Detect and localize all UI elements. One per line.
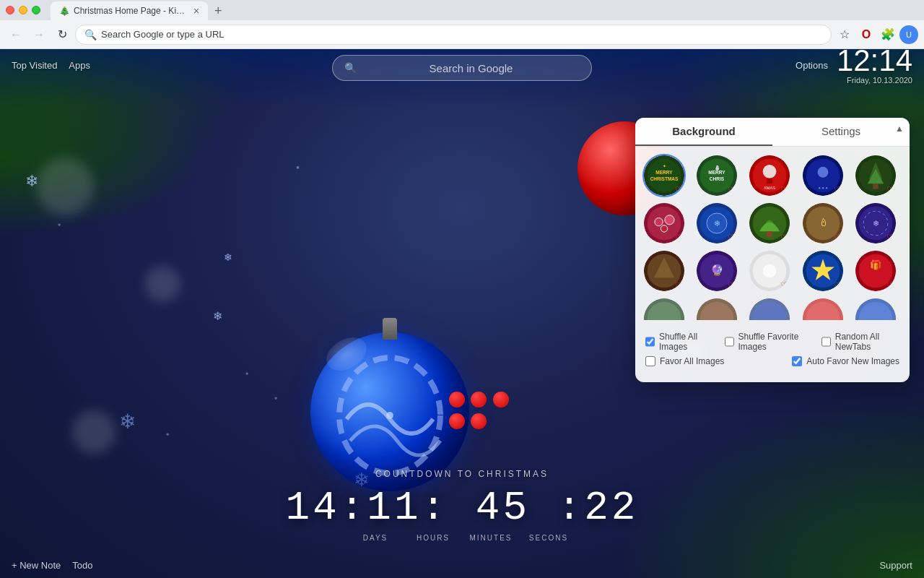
- thumb-item-19[interactable]: ♡: [801, 297, 845, 320]
- clock-display: 12:14: [837, 49, 912, 76]
- heart-icon-10: ♡: [886, 233, 894, 242]
- options-button[interactable]: Options: [796, 60, 828, 71]
- tab-settings[interactable]: Settings: [772, 118, 910, 146]
- minimize-button[interactable]: [19, 6, 27, 14]
- thumb-item-4[interactable]: ✦ ✦ ✦ ♡: [801, 154, 845, 197]
- shuffle-fav-checkbox[interactable]: [725, 337, 734, 347]
- option-row-2: Favor All Images Auto Favor New Images: [645, 356, 899, 366]
- reload-button[interactable]: ↻: [52, 25, 72, 45]
- panel-options: Shuffle All Images Shuffle Favorite Imag…: [642, 327, 902, 375]
- thumb-item-18[interactable]: ♡: [748, 297, 791, 320]
- thumb-item-13[interactable]: ♡: [748, 249, 791, 293]
- thumb-item-3[interactable]: XMAS ♡: [748, 154, 791, 197]
- apps-link[interactable]: Apps: [69, 60, 90, 71]
- svg-point-14: [763, 165, 777, 178]
- image-grid: MERRY CHRISTMAS ✦ ♡ MERRY: [642, 154, 902, 320]
- nav-right-buttons: ☆ O 🧩 U: [834, 25, 918, 45]
- tab-bar: 🎄 Christmas Home Page - KissApps... × +: [51, 0, 228, 20]
- countdown-title: COUNTDOWN TO CHRISTMAS: [286, 469, 639, 479]
- thumb-item-8[interactable]: ♡: [748, 202, 791, 245]
- auto-favor-label[interactable]: Auto Favor New Images: [792, 356, 899, 366]
- new-note-button[interactable]: + New Note: [12, 560, 61, 571]
- berry: [471, 392, 487, 407]
- thumb-item-7[interactable]: ❄ ♡: [695, 202, 738, 245]
- heart-icon-8: ♡: [780, 233, 788, 242]
- thumb-item-5[interactable]: ♡: [854, 154, 897, 197]
- favor-all-checkbox[interactable]: [645, 356, 655, 366]
- thumb-image-19: [803, 298, 843, 320]
- svg-text:✦ ✦ ✦: ✦ ✦ ✦: [817, 186, 828, 190]
- svg-point-52: [763, 264, 777, 278]
- navigation-bar: ← → ↻ 🔍 Search Google or type a URL ☆ O …: [0, 20, 924, 49]
- active-tab[interactable]: 🎄 Christmas Home Page - KissApps... ×: [51, 1, 208, 20]
- heart-icon-12: ♡: [728, 281, 736, 290]
- shuffle-all-label[interactable]: Shuffle All Images: [645, 332, 713, 352]
- shuffle-fav-label[interactable]: Shuffle Favorite Images: [725, 332, 810, 352]
- svg-point-28: [655, 218, 663, 226]
- top-visited-link[interactable]: Top Visited: [12, 60, 57, 71]
- bottom-bar: + New Note Todo Support: [0, 552, 924, 578]
- opera-icon-button[interactable]: O: [856, 25, 876, 45]
- search-bar[interactable]: 🔍 Search in Google: [332, 55, 592, 81]
- svg-text:❄: ❄: [714, 219, 720, 228]
- thumb-item-14[interactable]: ♡: [801, 249, 845, 293]
- new-tab-button[interactable]: +: [208, 1, 228, 20]
- random-all-label[interactable]: Random All NewTabs: [821, 332, 899, 352]
- forward-button[interactable]: →: [29, 25, 49, 45]
- thumb-image-17: [697, 298, 737, 320]
- heart-icon-4: ♡: [834, 186, 842, 194]
- shuffle-all-checkbox[interactable]: [645, 337, 655, 347]
- tab-favicon-icon: 🎄: [59, 6, 69, 16]
- favor-all-label[interactable]: Favor All Images: [645, 356, 724, 366]
- label-days: DAYS: [346, 534, 404, 542]
- maximize-button[interactable]: [32, 6, 40, 14]
- snowflake-2: ❄: [224, 251, 232, 263]
- countdown-labels: DAYS HOURS MINUTES SECONS: [286, 534, 639, 542]
- thumb-item-17[interactable]: ♡: [695, 297, 738, 320]
- svg-point-29: [665, 215, 674, 225]
- back-button[interactable]: ←: [6, 25, 26, 45]
- thumb-item-9[interactable]: 🕯 ♡: [801, 202, 845, 245]
- todo-button[interactable]: Todo: [72, 560, 92, 571]
- thumb-item-2[interactable]: MERRY CHRIS ⛄ ♡: [695, 154, 738, 197]
- blue-ornament: [310, 332, 469, 491]
- auto-favor-text: Auto Favor New Images: [806, 356, 899, 366]
- user-avatar[interactable]: U: [899, 25, 918, 44]
- clock-container: 12:14 Friday, 10.13.2020: [837, 49, 912, 85]
- bookmark-button[interactable]: ☆: [834, 25, 855, 45]
- heart-icon-14: ♡: [834, 281, 842, 290]
- random-all-checkbox[interactable]: [821, 337, 831, 347]
- svg-text:🔮: 🔮: [710, 264, 724, 277]
- panel-collapse-button[interactable]: ▲: [895, 124, 904, 134]
- extensions-button[interactable]: 🧩: [878, 25, 898, 45]
- close-button[interactable]: [6, 6, 14, 14]
- background-panel: Background Settings ▲ MERRY CHRIST: [635, 118, 910, 382]
- thumb-item-10[interactable]: ❄ ♡: [854, 202, 897, 245]
- thumb-item-15[interactable]: 🎁 ♡: [854, 249, 897, 293]
- thumb-item-16[interactable]: ♡: [642, 297, 686, 320]
- auto-favor-checkbox[interactable]: [792, 356, 802, 366]
- berry: [449, 392, 465, 407]
- address-bar[interactable]: 🔍 Search Google or type a URL: [75, 25, 832, 45]
- thumb-item-6[interactable]: ♡: [642, 202, 686, 245]
- heart-icon-5: ♡: [886, 186, 894, 194]
- svg-rect-37: [767, 231, 772, 236]
- countdown-minutes: 45: [476, 485, 530, 531]
- svg-rect-25: [873, 184, 878, 189]
- address-text: Search Google or type a URL: [101, 29, 822, 40]
- tab-close-icon[interactable]: ×: [193, 5, 199, 17]
- tab-title: Christmas Home Page - KissApps...: [74, 6, 189, 16]
- tab-background[interactable]: Background: [635, 118, 772, 146]
- svg-text:✦: ✦: [663, 164, 666, 168]
- thumb-item-20[interactable]: ♡: [854, 297, 897, 320]
- snowflake-small-1: ❄: [296, 165, 300, 170]
- snowflake-1: ❄: [25, 172, 38, 191]
- thumb-item-1[interactable]: MERRY CHRISTMAS ✦ ♡: [642, 154, 686, 197]
- shuffle-all-text: Shuffle All Images: [659, 332, 713, 352]
- heart-icon-6: ♡: [675, 233, 683, 242]
- support-link[interactable]: Support: [879, 560, 912, 571]
- thumb-item-12[interactable]: 🔮 ♡: [695, 249, 738, 293]
- svg-text:⛄: ⛄: [714, 164, 721, 171]
- thumb-item-11[interactable]: ♡: [642, 249, 686, 293]
- bokeh-3: [72, 410, 116, 454]
